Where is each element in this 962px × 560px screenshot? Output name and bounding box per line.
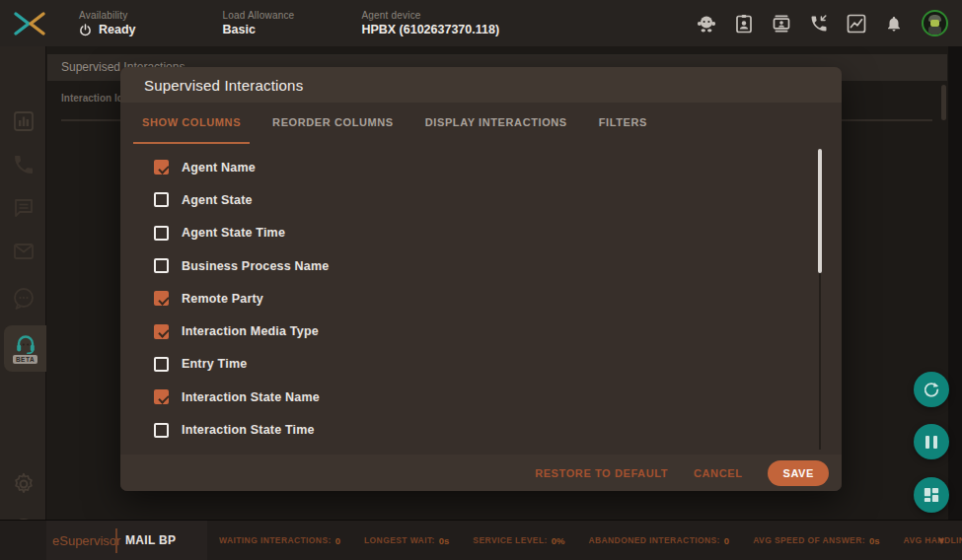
checkbox[interactable]	[154, 324, 169, 339]
modal-tab[interactable]: REORDER COLUMNS	[263, 103, 403, 144]
bottom-bar: eSupervisor MAIL BP WAITING INTERACTIONS…	[0, 520, 962, 560]
bp-stat-label: AVG HANDLING TIME:	[904, 535, 962, 545]
divider	[115, 528, 117, 553]
column-checkbox-row[interactable]: Agent State	[120, 183, 842, 216]
agent-device-stat[interactable]: Agent device HPBX (6102637370.118)	[361, 10, 499, 36]
page-right-strip	[948, 46, 962, 520]
bp-stat-value: 0	[335, 535, 340, 546]
user-avatar[interactable]	[922, 10, 948, 36]
bp-stat: ABANDONED INTERACTIONS: 0	[588, 535, 729, 546]
bot-icon[interactable]	[697, 14, 716, 34]
topbar-actions	[697, 10, 962, 36]
checkbox[interactable]	[154, 423, 169, 438]
column-checkbox-list: Agent Name Agent State Agent State Time …	[120, 151, 842, 447]
restore-to-default-button[interactable]: RESTORE TO DEFAULT	[535, 467, 668, 479]
checkbox[interactable]	[154, 160, 169, 175]
bp-stat-value: 0s	[439, 535, 450, 546]
column-checkbox-row[interactable]: Agent State Time	[120, 217, 842, 249]
load-allowance-label: Load Allowance	[223, 10, 295, 21]
sidebar-item-dashboard[interactable]	[0, 104, 46, 139]
column-checkbox-row[interactable]: Interaction State Time	[120, 413, 842, 446]
dashboard-grid-icon	[924, 487, 939, 503]
column-checkbox-row[interactable]: Interaction State Name	[120, 381, 842, 413]
id-badge-icon[interactable]	[734, 14, 754, 34]
checkbox-label: Interaction Media Type	[182, 324, 319, 338]
sidebar-item-calls[interactable]	[0, 147, 46, 182]
availability-stat[interactable]: Availability Ready	[79, 10, 136, 36]
bp-stat: WAITING INTERACTIONS: 0	[219, 535, 340, 546]
sidebar-item-chat[interactable]	[0, 281, 46, 316]
modal-header: Supervised Interactions	[120, 67, 842, 103]
checkbox[interactable]	[154, 389, 169, 404]
beta-badge: BETA	[13, 355, 37, 364]
column-checkbox-row[interactable]: Agent Name	[120, 151, 842, 183]
agent-device-label: Agent device	[361, 10, 499, 21]
bp-selector[interactable]: eSupervisor MAIL BP	[46, 521, 207, 560]
refresh-button[interactable]	[914, 372, 949, 407]
bell-icon[interactable]	[884, 14, 904, 34]
modal-tab-bar: SHOW COLUMNSREORDER COLUMNSDISPLAY INTER…	[120, 103, 842, 144]
bp-stat-value: 0%	[552, 535, 565, 546]
dashboard-grid-button[interactable]	[914, 477, 949, 513]
sidebar-item-mail[interactable]	[0, 234, 46, 269]
checkbox[interactable]	[154, 226, 169, 241]
load-allowance-value: Basic	[223, 23, 295, 36]
chevron-down-icon[interactable]: ▼	[936, 535, 946, 546]
sidebar-item-messages[interactable]	[0, 190, 46, 226]
modal-tab[interactable]: SHOW COLUMNS	[133, 103, 250, 144]
power-icon	[79, 24, 92, 36]
checkbox-label: Agent Name	[182, 161, 256, 175]
modal-footer: RESTORE TO DEFAULT CANCEL SAVE	[120, 455, 842, 491]
bp-stat-value: 0	[724, 535, 729, 546]
interaction-id-filter-label: Interaction Id	[61, 93, 123, 104]
modal-tab[interactable]: FILTERS	[590, 103, 656, 144]
page-scrollbar-thumb[interactable]	[941, 85, 946, 120]
column-checkbox-row[interactable]: Interaction Media Type	[120, 315, 842, 347]
app-logo-icon	[13, 10, 46, 37]
save-button[interactable]: SAVE	[768, 460, 829, 486]
load-allowance-stat: Load Allowance Basic	[223, 10, 295, 36]
availability-value: Ready	[99, 23, 136, 36]
contacts-icon[interactable]	[772, 14, 791, 34]
bp-stat-label: LONGEST WAIT:	[364, 535, 435, 545]
modal-title: Supervised Interactions	[144, 77, 303, 94]
checkbox[interactable]	[154, 357, 169, 372]
column-checkbox-row[interactable]: Remote Party	[120, 282, 842, 315]
pause-button[interactable]	[914, 424, 949, 459]
agent-device-value: HPBX (6102637370.118)	[361, 23, 499, 36]
bp-name: MAIL BP	[125, 533, 176, 547]
bp-stat: AVG HANDLING TIME: 6s	[904, 535, 962, 546]
sidebar-item-settings[interactable]	[0, 466, 46, 502]
modal-tab[interactable]: DISPLAY INTERACTIONS	[416, 103, 576, 144]
pause-icon	[925, 436, 937, 449]
sidebar-item-supervisor[interactable]: BETA	[4, 325, 46, 372]
modal-scrollbar-thumb[interactable]	[818, 149, 822, 273]
bp-stats: WAITING INTERACTIONS: 0 LONGEST WAIT: 0s…	[219, 535, 962, 546]
checkbox[interactable]	[154, 192, 169, 207]
checkbox-label: Interaction State Name	[182, 390, 320, 404]
left-sidebar: BETA ?	[0, 46, 46, 520]
show-columns-panel: Agent Name Agent State Agent State Time …	[120, 144, 842, 455]
checkbox-label: Business Process Name	[182, 259, 329, 273]
bp-stat: SERVICE LEVEL: 0%	[473, 535, 564, 546]
checkbox-label: Agent State Time	[182, 226, 285, 240]
bp-stat: LONGEST WAIT: 0s	[364, 535, 449, 546]
supervised-interactions-modal: Supervised Interactions SHOW COLUMNSREOR…	[120, 67, 842, 491]
phone-callback-icon[interactable]	[809, 14, 829, 34]
checkbox-label: Agent State	[182, 193, 253, 207]
bp-stat: AVG SPEED OF ANSWER: 0s	[753, 535, 879, 546]
refresh-icon	[923, 381, 940, 398]
supervisor-headset-icon	[14, 333, 37, 354]
bp-stat-label: ABANDONED INTERACTIONS:	[588, 535, 719, 545]
checkbox[interactable]	[154, 258, 169, 273]
checkbox[interactable]	[154, 291, 169, 306]
bp-stat-value: 0s	[869, 535, 880, 546]
bp-stat-label: AVG SPEED OF ANSWER:	[753, 535, 865, 545]
column-checkbox-row[interactable]: Business Process Name	[120, 249, 842, 282]
bp-stat-label: WAITING INTERACTIONS:	[219, 535, 332, 545]
bp-stat-label: SERVICE LEVEL:	[473, 535, 547, 545]
chart-icon[interactable]	[847, 14, 866, 34]
column-checkbox-row[interactable]: Entry Time	[120, 348, 842, 381]
app-screen: Supervised Interactions Interaction Id A…	[0, 0, 962, 560]
cancel-button[interactable]: CANCEL	[694, 467, 742, 479]
